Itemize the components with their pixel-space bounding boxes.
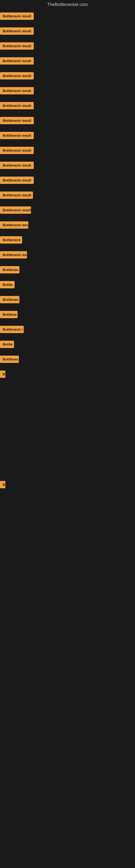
- bottleneck-item-17[interactable]: Bottleneck res: [0, 248, 135, 263]
- bottleneck-item-32: [0, 517, 135, 540]
- bottleneck-badge-6[interactable]: Bottleneck result: [0, 87, 34, 94]
- bottleneck-badge-30[interactable]: B: [0, 481, 5, 488]
- bottleneck-item-8[interactable]: Bottleneck result: [0, 114, 135, 129]
- items-container: Bottleneck resultBottleneck resultBottle…: [0, 9, 135, 612]
- bottleneck-item-27: [0, 406, 135, 430]
- bottleneck-badge-5[interactable]: Bottleneck result: [0, 72, 34, 80]
- bottleneck-item-4[interactable]: Bottleneck result: [0, 54, 135, 69]
- bottleneck-badge-17[interactable]: Bottleneck res: [0, 251, 27, 258]
- page-wrapper: TheBottlenecker.com Bottleneck resultBot…: [0, 0, 135, 868]
- bottleneck-item-11[interactable]: Bottleneck result: [0, 158, 135, 173]
- bottleneck-item-7[interactable]: Bottleneck result: [0, 99, 135, 114]
- bottleneck-badge-12[interactable]: Bottleneck result: [0, 177, 34, 184]
- bottleneck-item-31: [0, 493, 135, 517]
- bottleneck-badge-8[interactable]: Bottleneck result: [0, 117, 34, 124]
- bottleneck-badge-21[interactable]: Bottlene: [0, 311, 17, 318]
- bottleneck-item-25[interactable]: B: [0, 367, 135, 382]
- bottleneck-item-28: [0, 430, 135, 454]
- bottleneck-badge-1[interactable]: Bottleneck result: [0, 12, 34, 20]
- site-title: TheBottlenecker.com: [0, 0, 135, 9]
- bottleneck-item-9[interactable]: Bottleneck result: [0, 129, 135, 144]
- bottleneck-badge-4[interactable]: Bottleneck result: [0, 57, 34, 65]
- bottleneck-badge-20[interactable]: Bottlenec: [0, 296, 19, 303]
- bottleneck-item-23[interactable]: Bottle: [0, 337, 135, 352]
- bottleneck-item-2[interactable]: Bottleneck result: [0, 24, 135, 39]
- bottleneck-badge-2[interactable]: Bottleneck result: [0, 27, 34, 35]
- bottleneck-item-15[interactable]: Bottleneck resu: [0, 218, 135, 233]
- bottleneck-badge-22[interactable]: Bottleneck r: [0, 326, 24, 333]
- bottleneck-item-12[interactable]: Bottleneck result: [0, 173, 135, 188]
- bottleneck-item-20[interactable]: Bottlenec: [0, 293, 135, 308]
- bottleneck-item-26: [0, 382, 135, 406]
- bottleneck-badge-25[interactable]: B: [0, 371, 5, 378]
- bottleneck-item-5[interactable]: Bottleneck result: [0, 69, 135, 84]
- bottleneck-item-30[interactable]: B: [0, 478, 135, 493]
- bottleneck-item-6[interactable]: Bottleneck result: [0, 84, 135, 99]
- bottleneck-item-22[interactable]: Bottleneck r: [0, 322, 135, 337]
- bottleneck-badge-16[interactable]: Bottleneck: [0, 236, 22, 244]
- bottleneck-item-14[interactable]: Bottleneck result: [0, 203, 135, 218]
- bottleneck-item-16[interactable]: Bottleneck: [0, 233, 135, 248]
- bottleneck-badge-14[interactable]: Bottleneck result: [0, 207, 31, 214]
- bottleneck-badge-15[interactable]: Bottleneck resu: [0, 221, 28, 229]
- bottleneck-badge-10[interactable]: Bottleneck result: [0, 147, 34, 154]
- bottleneck-item-21[interactable]: Bottlene: [0, 308, 135, 322]
- bottleneck-badge-11[interactable]: Bottleneck result: [0, 162, 34, 169]
- bottleneck-item-35: [0, 588, 135, 612]
- bottleneck-badge-13[interactable]: Bottleneck result: [0, 191, 33, 199]
- bottleneck-item-18[interactable]: Bottlenec: [0, 263, 135, 278]
- bottleneck-badge-7[interactable]: Bottleneck result: [0, 102, 34, 109]
- bottleneck-item-19[interactable]: Bottle: [0, 278, 135, 293]
- bottleneck-item-34: [0, 564, 135, 588]
- bottleneck-item-13[interactable]: Bottleneck result: [0, 188, 135, 203]
- bottleneck-badge-23[interactable]: Bottle: [0, 341, 14, 348]
- bottleneck-item-10[interactable]: Bottleneck result: [0, 144, 135, 158]
- bottleneck-item-24[interactable]: Bottlenec: [0, 352, 135, 367]
- bottleneck-item-29: [0, 454, 135, 478]
- bottleneck-badge-19[interactable]: Bottle: [0, 281, 14, 288]
- bottleneck-item-3[interactable]: Bottleneck result: [0, 39, 135, 54]
- bottleneck-badge-24[interactable]: Bottlenec: [0, 355, 19, 363]
- bottleneck-badge-3[interactable]: Bottleneck result: [0, 42, 34, 50]
- bottleneck-item-33: [0, 540, 135, 564]
- bottleneck-badge-9[interactable]: Bottleneck result: [0, 132, 34, 139]
- bottleneck-item-1[interactable]: Bottleneck result: [0, 9, 135, 24]
- bottleneck-badge-18[interactable]: Bottlenec: [0, 266, 19, 273]
